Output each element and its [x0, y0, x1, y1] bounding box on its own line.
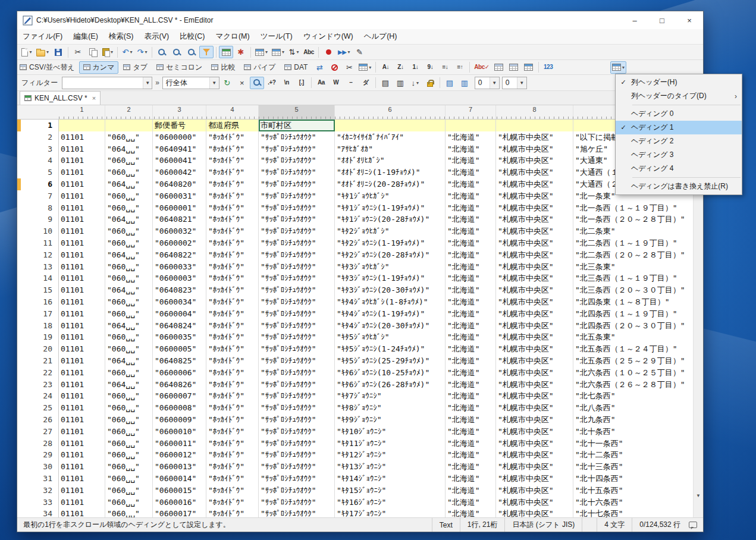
cell[interactable]: "札幌市中央区"	[496, 225, 573, 237]
cell[interactable]: "060␣␣"	[105, 190, 153, 202]
cell[interactable]: "ｻｯﾎﾟﾛｼﾁｭｳｵｳｸ"	[259, 508, 335, 517]
cell[interactable]: "ｻｯﾎﾟﾛｼﾁｭｳｵｳｸ"	[259, 202, 335, 214]
cell[interactable]: "0600041"	[153, 155, 206, 167]
filter-scope-combobox[interactable]: 行全体 ▼	[162, 77, 219, 89]
cell[interactable]: "0600016"	[153, 497, 206, 508]
cell[interactable]: "北海道"	[446, 225, 496, 237]
cell[interactable]: "札幌市中央区"	[496, 202, 573, 214]
sort-num-asc-button[interactable]: 1↓	[408, 61, 422, 74]
csv-options-button[interactable]: ✱	[234, 46, 248, 58]
line-number[interactable]: 3	[21, 143, 59, 155]
cell[interactable]: "0640823"	[153, 284, 206, 296]
selected-cell[interactable]: 市町村区	[259, 120, 335, 131]
cell[interactable]: "0600033"	[153, 261, 206, 273]
cell[interactable]: "北三条西（２０～３０丁目）"	[573, 284, 693, 296]
sort-reverse-button[interactable]: ≡↑	[453, 61, 467, 74]
cell[interactable]: "ｻｯﾎﾟﾛｼﾁｭｳｵｳｸ"	[259, 402, 335, 414]
cell[interactable]: "札幌市中央区"	[496, 320, 573, 332]
line-number[interactable]: 20	[21, 343, 59, 355]
cell[interactable]: "ｻｯﾎﾟﾛｼﾁｭｳｵｳｸ"	[259, 331, 335, 343]
close-button[interactable]: ×	[676, 11, 703, 29]
cell[interactable]: "札幌市中央区"	[496, 284, 573, 296]
cell[interactable]: "札幌市中央区"	[496, 190, 573, 202]
cell[interactable]: "札幌市中央区"	[496, 426, 573, 438]
cell[interactable]: "北海道"	[446, 190, 496, 202]
cell[interactable]: "ﾎｯｶｲﾄﾞｳ"	[206, 438, 259, 450]
cell[interactable]: 01101	[59, 390, 105, 402]
cell[interactable]: "ﾎｯｶｲﾄﾞｳ"	[206, 320, 259, 332]
notification-bubble-icon[interactable]	[689, 522, 697, 528]
cell[interactable]: "北海道"	[446, 390, 496, 402]
find-button[interactable]	[155, 46, 169, 58]
cell[interactable]: "ｻｯﾎﾟﾛｼﾁｭｳｵｳｸ"	[259, 143, 335, 155]
cell[interactable]: "060␣␣"	[105, 367, 153, 379]
cell[interactable]: 01101	[59, 237, 105, 249]
cell[interactable]: 郵便番号	[153, 120, 206, 131]
line-number[interactable]: 22	[21, 367, 59, 379]
menu-edit[interactable]: 編集(E)	[68, 29, 103, 44]
sort-num-desc-button[interactable]: 9↓	[423, 61, 437, 74]
cell[interactable]: 01101	[59, 143, 105, 155]
cell[interactable]: "060␣␣"	[105, 261, 153, 273]
cell[interactable]: "ﾎｯｶｲﾄﾞｳ"	[206, 379, 259, 391]
cell[interactable]: 01101	[59, 261, 105, 273]
context-before-button[interactable]: ▤	[443, 77, 457, 89]
cell[interactable]: "札幌市中央区"	[496, 485, 573, 497]
filter-toolbar-toggle-button[interactable]	[199, 46, 214, 58]
cell[interactable]: "札幌市中央区"	[496, 261, 573, 273]
cell[interactable]: "ｻｯﾎﾟﾛｼﾁｭｳｵｳｸ"	[259, 308, 335, 320]
cell[interactable]: "北五条東"	[573, 331, 693, 343]
csv-off-button[interactable]	[327, 61, 341, 74]
cell[interactable]: "0600003"	[153, 272, 206, 284]
cell[interactable]: "北十五条西"	[573, 485, 693, 497]
cell[interactable]: "北海道"	[446, 320, 496, 332]
cell[interactable]: "北九条西"	[573, 414, 693, 426]
cell[interactable]: "ｷﾀ16ｼﾞｮｳﾆｼ"	[335, 497, 446, 508]
menu-item-heading-4[interactable]: ヘディング 4	[616, 162, 742, 175]
close-filter-button[interactable]: ×	[235, 77, 249, 89]
csv-mode-pipe[interactable]: パイプ	[240, 61, 280, 74]
cell[interactable]: "ﾎｯｶｲﾄﾞｳ"	[206, 261, 259, 273]
cell[interactable]: "060␣␣"	[105, 473, 153, 485]
filter-list-button[interactable]: ▤	[378, 77, 393, 89]
menu-view[interactable]: 表示(V)	[139, 29, 174, 44]
line-number[interactable]: 17	[21, 308, 59, 320]
cell[interactable]: 01101	[59, 272, 105, 284]
cell[interactable]: "0600009"	[153, 414, 206, 426]
cell[interactable]: "ﾎｯｶｲﾄﾞｳ"	[206, 214, 259, 225]
cell[interactable]: "ｷﾀ5ｼﾞｮｳﾋｶﾞｼ"	[335, 331, 446, 343]
cell[interactable]: "北一条西（１～１９丁目）"	[573, 202, 693, 214]
cell[interactable]: "ﾎｯｶｲﾄﾞｳ"	[206, 402, 259, 414]
filter-extract-button[interactable]: ▥	[393, 77, 407, 89]
cell[interactable]: "ｷﾀ2ｼﾞｮｳﾆｼ(1-19ﾁｮｳﾒ)"	[335, 237, 446, 249]
cell[interactable]: "ｻｯﾎﾟﾛｼﾁｭｳｵｳｸ"	[259, 426, 335, 438]
cell[interactable]: "札幌市中央区"	[496, 449, 573, 461]
cell[interactable]: "ﾎｯｶｲﾄﾞｳ"	[206, 225, 259, 237]
cell[interactable]: "0600007"	[153, 390, 206, 402]
cell[interactable]: "ﾎｯｶｲﾄﾞｳ"	[206, 249, 259, 261]
cell[interactable]: "北海道"	[446, 343, 496, 355]
paste-button[interactable]: ▾	[101, 46, 115, 58]
cell[interactable]: "ｷﾀ17ｼﾞｮｳﾆｼ"	[335, 508, 446, 517]
cell[interactable]: 01101	[59, 131, 105, 143]
cell[interactable]: 01101	[59, 296, 105, 308]
cell[interactable]: "ｷﾀ1ｼﾞｮｳﾆｼ(1-19ﾁｮｳﾒ)"	[335, 202, 446, 214]
line-number[interactable]: 8	[21, 202, 59, 214]
kana-match-button[interactable]: ダ	[359, 77, 373, 89]
cell[interactable]: "北海道"	[446, 214, 496, 225]
line-number[interactable]: 5	[21, 167, 59, 178]
cell[interactable]: "北海道"	[446, 355, 496, 367]
cell[interactable]: "0640826"	[153, 379, 206, 391]
cell[interactable]: "北海道"	[446, 497, 496, 508]
open-file-button[interactable]: ▾	[34, 46, 51, 58]
cell[interactable]: "060␣␣"	[105, 508, 153, 517]
cell[interactable]: "ﾎｯｶｲﾄﾞｳ"	[206, 426, 259, 438]
cell[interactable]: "060␣␣"	[105, 225, 153, 237]
cell[interactable]: "060␣␣"	[105, 426, 153, 438]
cell[interactable]: "ﾎｯｶｲﾄﾞｳ"	[206, 272, 259, 284]
cell[interactable]: "ﾎｯｶｲﾄﾞｳ"	[206, 331, 259, 343]
cell[interactable]: "北海道"	[446, 402, 496, 414]
cell[interactable]: "ﾎｯｶｲﾄﾞｳ"	[206, 343, 259, 355]
cell[interactable]: "0600004"	[153, 308, 206, 320]
cell[interactable]: 01101	[59, 379, 105, 391]
